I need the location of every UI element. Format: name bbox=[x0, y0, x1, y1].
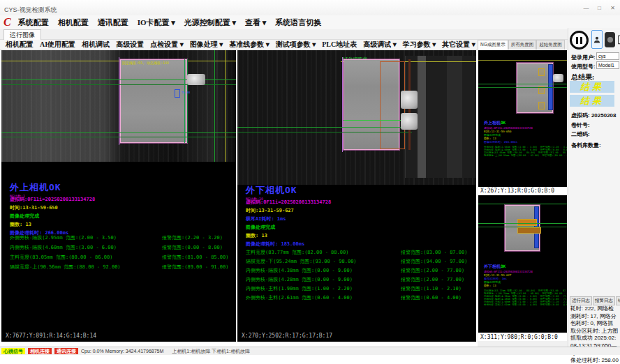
mini-overlay-text: 外下相机OK 虚拟码:0F11i=20250208133134728 时间:13… bbox=[484, 264, 567, 306]
menu-camera-config[interactable]: 相机配置 bbox=[58, 17, 89, 28]
menu-view[interactable]: 查看 ▾ bbox=[245, 17, 266, 28]
preview-lower[interactable]: 外下相机OK 虚拟码:0F11i=20250208133134728 时间:13… bbox=[478, 195, 567, 333]
exit-door-icon bbox=[617, 34, 620, 45]
roi-purple-line bbox=[342, 57, 343, 152]
roi-orange-box bbox=[538, 68, 545, 76]
time-line: 时间:13-31-59-650 bbox=[10, 204, 58, 211]
menu-bar: C 系统配置 相机配置 通讯配置 IO卡配置 ▾ 光源控制配置 ▾ 查看 ▾ 系… bbox=[0, 15, 620, 29]
measure-green-line bbox=[478, 84, 567, 84]
menu-system-config[interactable]: 系统配置 bbox=[18, 17, 49, 28]
elapsed-line: 图像处理耗时: 183.00ms bbox=[246, 241, 304, 248]
camera-status: OK bbox=[49, 182, 61, 192]
title-bar: CYS-视觉检测系统 — □ ✕ bbox=[0, 0, 620, 15]
menu-comm-config[interactable]: 通讯配置 bbox=[98, 17, 128, 28]
measure-green-line bbox=[237, 132, 412, 132]
camera-panel-upper[interactable]: 固定阈值:93, 动态阈值:100 76.88 外上相机OK NG计数:1 虚拟… bbox=[1, 50, 236, 342]
edge-cyan-line bbox=[184, 59, 185, 143]
tab-run-image[interactable]: 运行图像 bbox=[3, 29, 41, 40]
login-user-field[interactable]: cys bbox=[596, 52, 619, 60]
barcode-line: 虚拟码:0F11i=20250208133134728 bbox=[10, 196, 95, 203]
camera-image-upper[interactable]: 固定阈值:93, 动态阈值:100 76.88 bbox=[1, 50, 236, 162]
tool-spot-check[interactable]: 点检设置 ▾ bbox=[150, 40, 184, 50]
blue-marker bbox=[175, 89, 180, 98]
menu-light-config[interactable]: 光源控制配置 ▾ bbox=[184, 17, 236, 28]
measurement-row: 主料宽度(83.77mm 范围:(82.00 - 88.00)报警范围:(83.… bbox=[246, 249, 348, 256]
tool-plc-address[interactable]: PLC地址表 bbox=[322, 40, 357, 50]
camera-panel-lower[interactable]: AI处理图像 外下相机OK NG计数:10 虚拟码:0F11i=20250208… bbox=[237, 50, 476, 342]
tab-connector bbox=[187, 74, 205, 85]
winder-label: 卷针号: bbox=[571, 121, 590, 129]
tool-camera-debug[interactable]: 相机调试 bbox=[82, 40, 110, 50]
camera-fault-text: 上相机1:相机故障 下相机1:相机故障 bbox=[172, 348, 250, 355]
model-label: 使用型号: bbox=[571, 63, 596, 70]
tool-advanced-debug[interactable]: 高级调试 ▾ bbox=[363, 40, 397, 50]
menu-io-config[interactable]: IO卡配置 ▾ bbox=[138, 17, 175, 28]
brand-logo-icon: C bbox=[3, 17, 11, 28]
log-tab-run[interactable]: 运行日志 bbox=[570, 296, 592, 305]
log-tab-alarm[interactable]: 报警日志 bbox=[593, 296, 615, 305]
tool-ai-config[interactable]: AI使用配置 bbox=[40, 40, 75, 50]
measure-green-line bbox=[478, 87, 567, 88]
result-box-1: 结果 bbox=[570, 81, 614, 93]
preview-tab-ng[interactable]: NG成图显示 bbox=[478, 40, 508, 50]
done-line: 图像处理完成 bbox=[246, 224, 275, 231]
measure-green-line bbox=[237, 127, 412, 128]
measure-green-line bbox=[344, 120, 405, 121]
pause-icon bbox=[576, 37, 578, 44]
exit-button[interactable] bbox=[617, 32, 620, 47]
stock-count-label: 备料库数量: bbox=[571, 142, 601, 149]
tool-test-params[interactable]: 测试项参数 ▾ bbox=[276, 40, 316, 50]
time-line: 时间:13-31-59-627 bbox=[246, 207, 294, 214]
measure-green-line bbox=[478, 227, 567, 227]
minimize-button[interactable]: — bbox=[580, 3, 592, 13]
tool-learning-params[interactable]: 学习参数 ▾ bbox=[403, 40, 436, 50]
cpu-memory-text: Cpu: 0.0% Memory: 3424.41796875M bbox=[81, 349, 163, 354]
measurement-row: 隔膜宽度-下(95.24mm 范围:(93.00 - 98.00)报警范围:(9… bbox=[246, 258, 357, 265]
camera-image-lower[interactable]: AI处理图像 bbox=[237, 50, 476, 185]
tool-advanced-settings[interactable]: 高级设置 bbox=[116, 40, 144, 50]
menu-language-switch[interactable]: 系统语言切换 bbox=[275, 17, 321, 28]
result-box-2: 结果 bbox=[570, 95, 614, 107]
preview-upper[interactable]: 外上相机OK 虚拟码:0F11i=20250208133134728 时间:13… bbox=[478, 50, 567, 187]
measure-green-line bbox=[478, 223, 567, 224]
qrcode-label: 二维码: bbox=[571, 130, 590, 138]
barcode-line: 虚拟码:0F11i=20250208133134728 bbox=[246, 199, 331, 206]
marker-value: 76.88 bbox=[182, 91, 190, 94]
baseline-yellow-line bbox=[478, 60, 567, 61]
tab-row: 运行图像 bbox=[0, 29, 620, 40]
preview-tab-start[interactable]: 起始角度图 bbox=[536, 40, 565, 50]
control-column: 登录用户: cys 使用型号: Model1 总结果: 结果 结果 虚拟码: 2… bbox=[568, 28, 620, 347]
maximize-button[interactable]: □ bbox=[593, 3, 605, 13]
preview-coordinates: X:311;Y:980;R:0;G:0;B:0 bbox=[478, 333, 567, 341]
login-user-label: 登录用户: bbox=[571, 54, 596, 61]
preview-coordinates: X:267;Y:13;R:0;G:0;B:0 bbox=[478, 187, 567, 195]
toolbar: 相机配置 AI使用配置 相机调试 高级设置 点检设置 ▾ 图像处理 ▾ 基准线参… bbox=[0, 40, 478, 50]
done-line: 图像处理完成 bbox=[10, 213, 39, 220]
pause-button[interactable] bbox=[570, 31, 589, 50]
comm-link-badge: 通讯连接 bbox=[54, 348, 78, 354]
preview-tab-all[interactable]: 所有角度图 bbox=[508, 40, 537, 50]
camera-mode-button[interactable] bbox=[605, 32, 615, 47]
barcode-row: 虚拟码: 20250208 bbox=[571, 112, 617, 119]
camera-name: 外上相机 bbox=[10, 182, 49, 192]
tool-image-processing[interactable]: 图像处理 ▾ bbox=[190, 40, 223, 50]
person-icon bbox=[593, 35, 601, 45]
app-window: CYS-视觉检测系统 — □ ✕ C 系统配置 相机配置 通讯配置 IO卡配置 … bbox=[0, 0, 620, 364]
heartbeat-badge: 心跳信号 bbox=[1, 348, 25, 354]
highlight-box bbox=[517, 219, 537, 226]
tool-other-settings[interactable]: 其它设置 ▾ bbox=[442, 40, 475, 50]
measurement-row: 外侧旁枝-主料(2.61mm 范围:(0.60 - 4.00)报警范围:(0.6… bbox=[246, 294, 353, 301]
camera-link-badge: 相机连接 bbox=[28, 348, 52, 354]
tool-baseline-params[interactable]: 基准线参数 ▾ bbox=[229, 40, 270, 50]
model-field[interactable]: Model1 bbox=[596, 61, 619, 69]
close-button[interactable]: ✕ bbox=[607, 3, 619, 13]
lens-icon bbox=[607, 37, 613, 43]
operator-button[interactable] bbox=[591, 30, 603, 49]
log-tab-error[interactable]: 错误日志 bbox=[616, 296, 620, 305]
tool-camera-config[interactable]: 相机配置 bbox=[6, 40, 34, 50]
measure-green-line bbox=[1, 132, 236, 133]
measurement-row: 内侧旁枝-隔膜(4.28mm 范围:(0.00 - 9.00)报警范围:(2.0… bbox=[246, 276, 353, 283]
machinery-band bbox=[447, 56, 462, 178]
mini-overlay-text: 外上相机OK 虚拟码:0F11i=20250208133134728 时间:13… bbox=[484, 120, 567, 157]
measurement-row: 内侧旁枝-主料(1.90mm 范围:(1.00 - 2.20)报警范围:(1.1… bbox=[246, 285, 353, 292]
